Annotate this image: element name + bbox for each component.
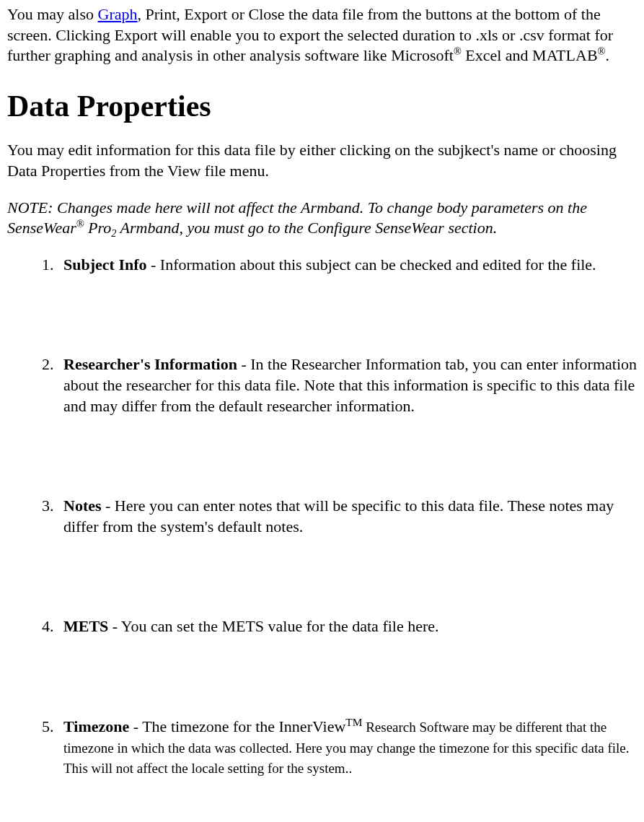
note-post: Armband, you must go to the Configure Se…	[116, 219, 497, 237]
item-title: METS	[63, 617, 108, 635]
item-title: Researcher's Information	[63, 355, 237, 373]
list-item-researcher-info: Researcher's Information - In the Resear…	[58, 354, 637, 416]
note-paragraph: NOTE: Changes made here will not affect …	[7, 198, 637, 239]
item-title: Notes	[63, 497, 102, 515]
item-title: Subject Info	[63, 255, 147, 274]
item-body: - Information about this subject can be …	[147, 255, 596, 274]
registered-mark: ®	[76, 218, 84, 229]
trademark-mark: TM	[345, 716, 362, 728]
list-item-notes: Notes - Here you can enter notes that wi…	[58, 496, 637, 537]
graph-link[interactable]: Graph	[98, 5, 138, 23]
intro-paragraph: You may also Graph, Print, Export or Clo…	[7, 4, 637, 66]
registered-mark: ®	[598, 45, 606, 57]
list-item-subject-info: Subject Info - Information about this su…	[58, 255, 637, 276]
intro-post3: .	[605, 46, 609, 64]
edit-info-paragraph: You may edit information for this data f…	[7, 140, 637, 181]
item-body: - You can set the METS value for the dat…	[108, 617, 438, 635]
intro-pre: You may also	[7, 5, 98, 23]
list-item-timezone: Timezone - The timezone for the InnerVie…	[58, 717, 637, 779]
item-body: - Here you can enter notes that will be …	[63, 497, 614, 535]
note-mid: Pro	[84, 219, 112, 237]
page-heading: Data Properties	[7, 87, 637, 126]
properties-list: Subject Info - Information about this su…	[7, 255, 637, 779]
item-title: Timezone	[63, 717, 129, 735]
intro-post2: Excel and MATLAB	[462, 46, 598, 64]
registered-mark: ®	[454, 45, 462, 57]
item-pre: - The timezone for the InnerView	[129, 717, 345, 735]
list-item-mets: METS - You can set the METS value for th…	[58, 616, 637, 637]
